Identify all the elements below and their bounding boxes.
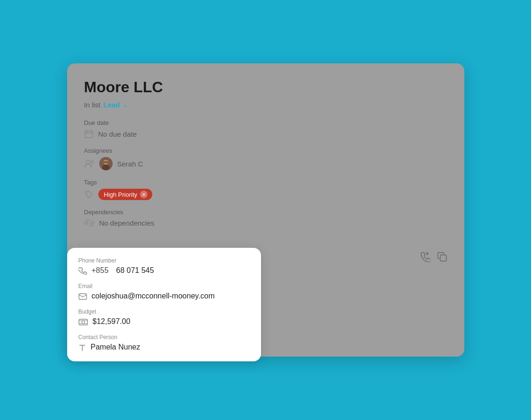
assignees-label: Assignees <box>84 147 447 154</box>
due-date-section: Due date No due date <box>84 119 447 139</box>
phone-country-code: +855 <box>92 266 109 275</box>
phone-action-icon[interactable] <box>420 251 430 262</box>
tags-label: Tags <box>84 179 447 186</box>
phone-value: +855 68 071 545 <box>92 266 154 275</box>
phone-number: 68 071 545 <box>116 266 154 275</box>
in-list-row: In list Lead ⌄ <box>84 101 447 109</box>
svg-rect-12 <box>79 294 87 299</box>
copy-action-icon[interactable] <box>437 251 447 262</box>
budget-section: Budget $12,597.00 <box>78 308 250 326</box>
budget-icon <box>78 317 88 326</box>
email-icon <box>78 291 87 301</box>
svg-rect-13 <box>79 319 87 325</box>
budget-value: $12,597.00 <box>93 317 131 326</box>
assignees-row: Serah C <box>84 157 447 170</box>
due-date-label: Due date <box>84 119 447 126</box>
email-value: colejoshua@mcconnell-mooney.com <box>92 292 215 300</box>
svg-rect-0 <box>85 131 93 138</box>
svg-point-10 <box>85 221 87 224</box>
email-label: Email <box>78 283 250 289</box>
phone-icon <box>78 266 87 275</box>
email-section: Email colejoshua@mcconnell-mooney.com <box>78 283 250 301</box>
text-icon <box>78 342 86 352</box>
dependencies-icon <box>84 219 95 227</box>
svg-rect-19 <box>440 255 446 261</box>
budget-row: $12,597.00 <box>78 317 250 326</box>
tag-icon <box>84 190 94 199</box>
contact-label: Contact Person <box>78 334 250 341</box>
phone-label: Phone Number <box>78 257 250 264</box>
email-row: colejoshua@mcconnell-mooney.com <box>78 291 250 301</box>
calendar-icon <box>84 129 94 139</box>
phone-row: +855 68 071 545 <box>78 266 250 275</box>
dependencies-value: No dependencies <box>99 219 155 227</box>
tags-row: High Priority ✕ <box>84 189 447 200</box>
phone-section: Phone Number +855 68 071 545 <box>78 257 250 275</box>
in-list-link[interactable]: Lead <box>104 101 120 109</box>
tag-label: High Priority <box>104 191 138 198</box>
assignee-name: Serah C <box>117 160 143 168</box>
people-icon <box>84 159 95 168</box>
in-list-label: In list <box>84 101 101 109</box>
contact-row: Pamela Nunez <box>78 342 250 352</box>
avatar <box>99 157 113 170</box>
svg-point-11 <box>91 221 94 224</box>
contact-value: Pamela Nunez <box>91 343 140 351</box>
svg-point-14 <box>82 321 85 324</box>
popup-card: Phone Number +855 68 071 545 Email <box>67 248 261 361</box>
main-card: Moore LLC In list Lead ⌄ Due date No due… <box>67 63 464 357</box>
high-priority-tag[interactable]: High Priority ✕ <box>98 189 153 200</box>
tag-remove-button[interactable]: ✕ <box>140 191 148 198</box>
contact-section: Contact Person Pamela Nunez <box>78 334 250 352</box>
svg-point-5 <box>91 160 94 163</box>
card-title: Moore LLC <box>84 79 447 96</box>
svg-point-4 <box>86 160 90 164</box>
svg-point-9 <box>87 192 87 193</box>
chevron-down-icon[interactable]: ⌄ <box>123 101 128 108</box>
svg-point-8 <box>102 165 110 170</box>
dependencies-section: Dependencies No dependencies <box>84 209 447 227</box>
assignees-section: Assignees Serah C <box>84 147 447 170</box>
tags-section: Tags High Priority ✕ <box>84 179 447 200</box>
due-date-row: No due date <box>84 129 447 139</box>
budget-label: Budget <box>78 308 250 315</box>
dependencies-row: No dependencies <box>84 219 447 227</box>
due-date-value: No due date <box>98 130 137 138</box>
dependencies-label: Dependencies <box>84 209 447 216</box>
popup-actions <box>420 251 447 262</box>
